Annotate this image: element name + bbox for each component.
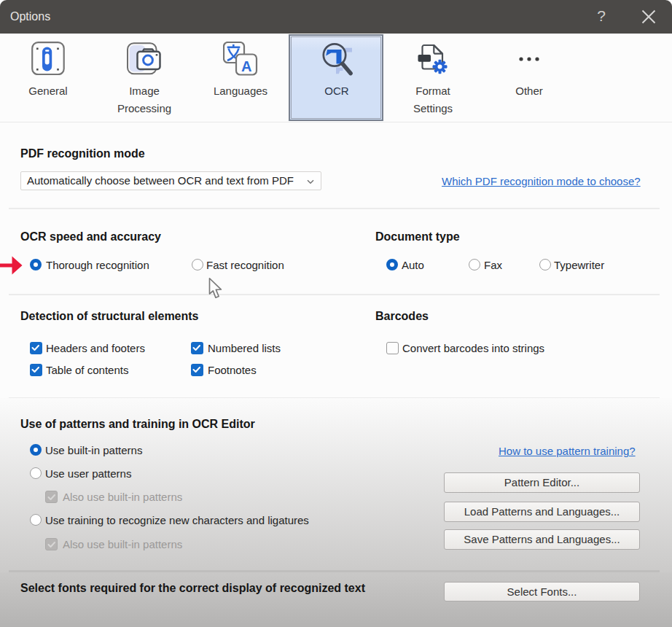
svg-text:A: A xyxy=(241,58,251,74)
